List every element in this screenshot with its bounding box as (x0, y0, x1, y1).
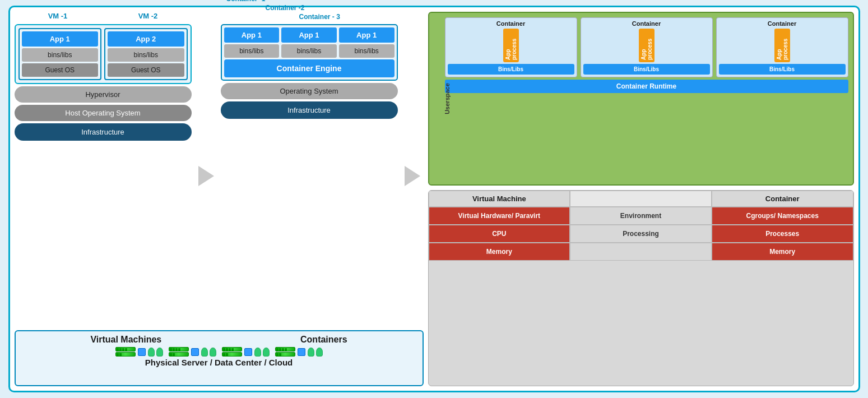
vm-boxes-row: App 1 bins/libs Guest OS App 2 bins/libs… (18, 28, 188, 80)
comp-row3-middle (570, 243, 712, 261)
server-icon-group-4 (275, 347, 323, 357)
server-icon-group-2 (169, 347, 216, 357)
cont-label-1: Container -1 (226, 0, 398, 3)
runtime-col3-label: Container (768, 20, 796, 27)
vm-infra-block: Infrastructure (15, 123, 192, 141)
arrow-shape (198, 166, 214, 186)
cont2-app: App 1 (281, 27, 337, 43)
containers-runtime-inner: Container App process Bins/Libs Containe… (445, 17, 848, 93)
vm-header: Virtual Machine (429, 191, 570, 207)
container-labels-area: Container -1 Container -2 Container - 3 (221, 0, 398, 21)
runtime-col2-label: Container (632, 20, 661, 27)
cont3-app: App 1 (339, 27, 394, 43)
cont-os-block: Operating System (221, 83, 398, 99)
cont-label-2: Container -2 (266, 4, 398, 12)
vm1-guestos: Guest OS (22, 63, 99, 77)
runtime-col-1: Container App process Bins/Libs (445, 17, 577, 77)
env-header-empty (570, 191, 712, 207)
runtime-col1-label: Container (496, 20, 525, 27)
container-col-3: App 1 bins/libs (339, 27, 394, 58)
server-icon-group-1 (115, 347, 163, 357)
server-icon-group-3 (222, 347, 270, 357)
physical-server-label: Physical Server / Data Center / Cloud (145, 358, 293, 367)
comp-row1-cont: Cgroups/ Namespaces (712, 207, 853, 225)
cont2-bins: bins/libs (281, 44, 337, 58)
runtime-col1-bins: Bins/Libs (448, 64, 574, 75)
arrow-vm-to-container (195, 24, 217, 328)
comp-row-3: Memory Memory (429, 243, 853, 261)
comp-row-1: Virtual Hardware/ Paravirt Environment C… (429, 207, 853, 225)
cont-label-3: Container - 3 (299, 13, 398, 21)
runtime-col1-process: App process (503, 29, 519, 62)
comp-row3-vm: Memory (429, 243, 570, 261)
host-os-block: Host Operating System (15, 105, 192, 121)
userspace-label: Userspace (443, 83, 450, 114)
runtime-col2-bins: Bins/Libs (583, 64, 710, 75)
runtime-col3-bins: Bins/Libs (719, 64, 846, 75)
comp-row2-proc: Processing (570, 225, 712, 243)
comp-row3-cont: Memory (712, 243, 853, 261)
bottom-labels-row: Virtual Machines Containers (21, 335, 417, 345)
bottom-band: Virtual Machines Containers (15, 330, 424, 386)
comp-row2-cont: Processes (712, 225, 853, 243)
cont3-bins: bins/libs (339, 44, 394, 58)
arrow-container-to-runtime (401, 24, 424, 328)
cont1-app: App 1 (224, 27, 280, 43)
comp-row1-env: Environment (570, 207, 712, 225)
comp-row2-vm: CPU (429, 225, 570, 243)
vm-label-1: VM -1 (15, 12, 101, 20)
vm2-app: App 2 (108, 31, 184, 47)
vm-box-2: App 2 bins/libs Guest OS (104, 28, 188, 80)
container-header: Container (712, 191, 853, 207)
runtime-col-3: Container App process Bins/Libs (716, 17, 848, 77)
containers-label: Containers (300, 335, 347, 345)
containers-row: App 1 bins/libs App 1 bins/libs App 1 bi… (224, 27, 394, 58)
container-col-2: App 1 bins/libs (281, 27, 337, 58)
left-section: VM -1 VM -2 App 1 bins/libs Guest OS App… (15, 12, 424, 386)
comp-header-row: Virtual Machine Container (429, 191, 853, 207)
containers-top-row: Container App process Bins/Libs Containe… (445, 17, 848, 77)
hypervisor-block: Hypervisor (15, 86, 192, 103)
vm2-bins: bins/libs (108, 48, 184, 62)
cont1-bins: bins/libs (224, 44, 280, 58)
container-runtime-label: Container Runtime (445, 80, 848, 93)
vm-box-1: App 1 bins/libs Guest OS (18, 28, 102, 80)
comp-row-2: CPU Processing Processes (429, 225, 853, 243)
vm-boxes-wrapper: App 1 bins/libs Guest OS App 2 bins/libs… (15, 24, 192, 84)
vm1-app: App 1 (22, 31, 99, 47)
virtual-machines-label: Virtual Machines (90, 335, 161, 345)
comparison-table: Virtual Machine Container Virtual Hardwa… (428, 190, 854, 386)
vm2-guestos: Guest OS (108, 63, 184, 77)
vm1-bins: bins/libs (22, 48, 99, 62)
right-section: Userspace Container App process Bins/Lib… (428, 12, 854, 386)
containers-apps-wrapper: App 1 bins/libs App 1 bins/libs App 1 bi… (221, 24, 398, 81)
server-icons-row (115, 347, 323, 357)
container-runtime-box: Userspace Container App process Bins/Lib… (428, 12, 854, 186)
cont-infra-block: Infrastructure (221, 101, 398, 119)
container-col-1: App 1 bins/libs (224, 27, 280, 58)
container-engine-block: Container Engine (224, 59, 394, 77)
arrow-shape-2 (405, 166, 420, 186)
comp-row1-vm: Virtual Hardware/ Paravirt (429, 207, 570, 225)
main-wrapper: VM -1 VM -2 App 1 bins/libs Guest OS App… (8, 6, 860, 392)
runtime-col3-process: App process (774, 29, 790, 62)
runtime-col-2: Container App process Bins/Libs (581, 17, 713, 77)
vm-label-2: VM -2 (105, 12, 192, 20)
runtime-col2-process: App process (639, 29, 655, 62)
